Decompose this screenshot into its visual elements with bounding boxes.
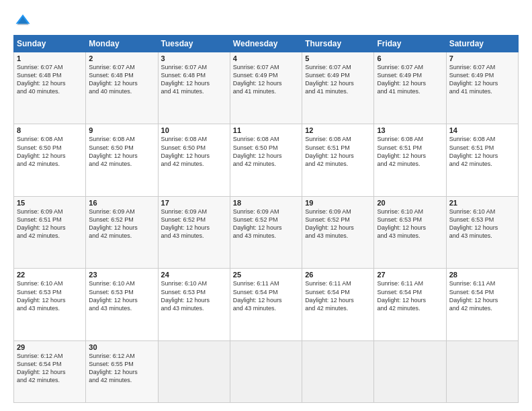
cell-info: Sunrise: 6:07 AMSunset: 6:49 PMDaylight:… — [233, 64, 282, 95]
day-number: 25 — [233, 271, 299, 279]
day-number: 9 — [89, 126, 154, 134]
cell-info: Sunrise: 6:08 AMSunset: 6:50 PMDaylight:… — [89, 136, 138, 167]
calendar-cell: 12 Sunrise: 6:08 AMSunset: 6:51 PMDaylig… — [302, 124, 374, 196]
day-number: 6 — [377, 54, 443, 62]
calendar-cell: 27 Sunrise: 6:11 AMSunset: 6:54 PMDaylig… — [374, 269, 446, 340]
day-number: 19 — [305, 199, 371, 207]
calendar-cell: 11 Sunrise: 6:08 AMSunset: 6:50 PMDaylig… — [230, 124, 302, 196]
cell-info: Sunrise: 6:09 AMSunset: 6:52 PMDaylight:… — [89, 208, 138, 239]
cell-info: Sunrise: 6:08 AMSunset: 6:50 PMDaylight:… — [233, 136, 282, 167]
day-number: 10 — [161, 126, 227, 134]
cell-info: Sunrise: 6:07 AMSunset: 6:48 PMDaylight:… — [89, 64, 138, 95]
day-number: 18 — [233, 199, 299, 207]
cell-info: Sunrise: 6:07 AMSunset: 6:48 PMDaylight:… — [161, 64, 210, 95]
cell-info: Sunrise: 6:10 AMSunset: 6:53 PMDaylight:… — [377, 208, 426, 239]
day-number: 17 — [161, 199, 227, 207]
cell-info: Sunrise: 6:08 AMSunset: 6:51 PMDaylight:… — [377, 136, 426, 167]
day-number: 7 — [449, 54, 515, 62]
day-number: 14 — [449, 126, 515, 134]
calendar-cell: 17 Sunrise: 6:09 AMSunset: 6:52 PMDaylig… — [158, 196, 230, 268]
day-number: 8 — [17, 126, 83, 134]
calendar-cell — [446, 340, 518, 402]
calendar-cell: 4 Sunrise: 6:07 AMSunset: 6:49 PMDayligh… — [230, 52, 302, 124]
calendar-cell: 24 Sunrise: 6:10 AMSunset: 6:53 PMDaylig… — [158, 269, 230, 340]
calendar-cell: 30 Sunrise: 6:12 AMSunset: 6:55 PMDaylig… — [86, 340, 158, 402]
calendar-cell: 15 Sunrise: 6:09 AMSunset: 6:51 PMDaylig… — [14, 196, 86, 268]
calendar-cell: 7 Sunrise: 6:07 AMSunset: 6:49 PMDayligh… — [446, 52, 518, 124]
day-number: 5 — [305, 54, 371, 62]
cell-info: Sunrise: 6:12 AMSunset: 6:55 PMDaylight:… — [89, 353, 138, 383]
day-number: 1 — [17, 54, 83, 62]
calendar-cell: 19 Sunrise: 6:09 AMSunset: 6:52 PMDaylig… — [302, 196, 374, 268]
cell-info: Sunrise: 6:11 AMSunset: 6:54 PMDaylight:… — [305, 280, 354, 311]
day-number: 30 — [89, 343, 154, 351]
weekday-header: Saturday — [446, 36, 518, 52]
calendar-cell: 23 Sunrise: 6:10 AMSunset: 6:53 PMDaylig… — [86, 269, 158, 340]
day-number: 24 — [161, 271, 227, 279]
calendar-page: SundayMondayTuesdayWednesdayThursdayFrid… — [0, 0, 532, 411]
calendar-cell: 26 Sunrise: 6:11 AMSunset: 6:54 PMDaylig… — [302, 269, 374, 340]
calendar-cell: 13 Sunrise: 6:08 AMSunset: 6:51 PMDaylig… — [374, 124, 446, 196]
calendar-cell: 8 Sunrise: 6:08 AMSunset: 6:50 PMDayligh… — [14, 124, 86, 196]
cell-info: Sunrise: 6:10 AMSunset: 6:53 PMDaylight:… — [17, 280, 66, 311]
cell-info: Sunrise: 6:10 AMSunset: 6:53 PMDaylight:… — [89, 280, 138, 311]
cell-info: Sunrise: 6:07 AMSunset: 6:49 PMDaylight:… — [377, 64, 426, 95]
cell-info: Sunrise: 6:08 AMSunset: 6:51 PMDaylight:… — [449, 136, 498, 167]
calendar-cell: 2 Sunrise: 6:07 AMSunset: 6:48 PMDayligh… — [86, 52, 158, 124]
cell-info: Sunrise: 6:10 AMSunset: 6:53 PMDaylight:… — [161, 280, 210, 311]
header — [13, 12, 519, 31]
weekday-header: Sunday — [14, 36, 86, 52]
calendar-cell: 14 Sunrise: 6:08 AMSunset: 6:51 PMDaylig… — [446, 124, 518, 196]
cell-info: Sunrise: 6:09 AMSunset: 6:52 PMDaylight:… — [233, 208, 282, 239]
cell-info: Sunrise: 6:11 AMSunset: 6:54 PMDaylight:… — [449, 280, 498, 311]
cell-info: Sunrise: 6:10 AMSunset: 6:53 PMDaylight:… — [449, 208, 498, 239]
weekday-header: Friday — [374, 36, 446, 52]
calendar-table: SundayMondayTuesdayWednesdayThursdayFrid… — [13, 35, 519, 403]
calendar-cell: 5 Sunrise: 6:07 AMSunset: 6:49 PMDayligh… — [302, 52, 374, 124]
cell-info: Sunrise: 6:11 AMSunset: 6:54 PMDaylight:… — [377, 280, 426, 311]
weekday-header: Thursday — [302, 36, 374, 52]
cell-info: Sunrise: 6:12 AMSunset: 6:54 PMDaylight:… — [17, 353, 66, 383]
calendar-cell — [230, 340, 302, 402]
cell-info: Sunrise: 6:08 AMSunset: 6:50 PMDaylight:… — [161, 136, 210, 167]
calendar-cell — [302, 340, 374, 402]
day-number: 21 — [449, 199, 515, 207]
day-number: 22 — [17, 271, 83, 279]
calendar-cell: 21 Sunrise: 6:10 AMSunset: 6:53 PMDaylig… — [446, 196, 518, 268]
day-number: 15 — [17, 199, 83, 207]
cell-info: Sunrise: 6:11 AMSunset: 6:54 PMDaylight:… — [233, 280, 282, 311]
day-number: 28 — [449, 271, 515, 279]
calendar-cell — [158, 340, 230, 402]
logo — [13, 12, 35, 31]
cell-info: Sunrise: 6:08 AMSunset: 6:51 PMDaylight:… — [305, 136, 354, 167]
calendar-cell: 1 Sunrise: 6:07 AMSunset: 6:48 PMDayligh… — [14, 52, 86, 124]
day-number: 3 — [161, 54, 227, 62]
cell-info: Sunrise: 6:07 AMSunset: 6:49 PMDaylight:… — [449, 64, 498, 95]
day-number: 12 — [305, 126, 371, 134]
day-number: 26 — [305, 271, 371, 279]
calendar-cell: 29 Sunrise: 6:12 AMSunset: 6:54 PMDaylig… — [14, 340, 86, 402]
logo-icon — [13, 12, 32, 31]
calendar-cell: 6 Sunrise: 6:07 AMSunset: 6:49 PMDayligh… — [374, 52, 446, 124]
calendar-cell: 3 Sunrise: 6:07 AMSunset: 6:48 PMDayligh… — [158, 52, 230, 124]
day-number: 11 — [233, 126, 299, 134]
day-number: 2 — [89, 54, 154, 62]
calendar-cell: 16 Sunrise: 6:09 AMSunset: 6:52 PMDaylig… — [86, 196, 158, 268]
calendar-cell: 18 Sunrise: 6:09 AMSunset: 6:52 PMDaylig… — [230, 196, 302, 268]
weekday-header: Wednesday — [230, 36, 302, 52]
calendar-cell — [374, 340, 446, 402]
day-number: 4 — [233, 54, 299, 62]
cell-info: Sunrise: 6:09 AMSunset: 6:52 PMDaylight:… — [161, 208, 210, 239]
day-number: 23 — [89, 271, 154, 279]
cell-info: Sunrise: 6:09 AMSunset: 6:52 PMDaylight:… — [305, 208, 354, 239]
cell-info: Sunrise: 6:08 AMSunset: 6:50 PMDaylight:… — [17, 136, 66, 167]
weekday-header: Tuesday — [158, 36, 230, 52]
day-number: 29 — [17, 343, 83, 351]
cell-info: Sunrise: 6:09 AMSunset: 6:51 PMDaylight:… — [17, 208, 66, 239]
calendar-cell: 10 Sunrise: 6:08 AMSunset: 6:50 PMDaylig… — [158, 124, 230, 196]
day-number: 13 — [377, 126, 443, 134]
cell-info: Sunrise: 6:07 AMSunset: 6:49 PMDaylight:… — [305, 64, 354, 95]
day-number: 20 — [377, 199, 443, 207]
calendar-cell: 22 Sunrise: 6:10 AMSunset: 6:53 PMDaylig… — [14, 269, 86, 340]
day-number: 16 — [89, 199, 154, 207]
